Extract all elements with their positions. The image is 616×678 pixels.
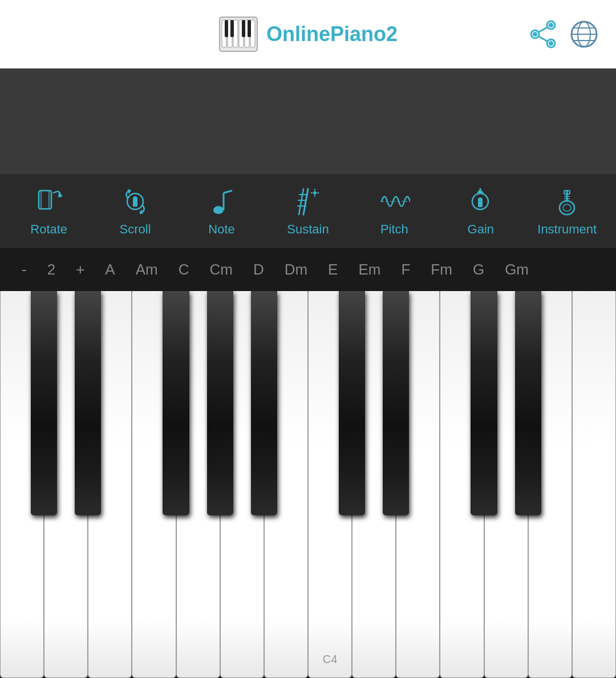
chord-F[interactable]: F <box>391 261 420 279</box>
header-right <box>528 19 599 49</box>
black-key-cs4[interactable] <box>339 291 365 515</box>
svg-rect-3 <box>233 20 238 47</box>
pitch-label: Pitch <box>380 222 408 237</box>
toolbar-item-pitch[interactable]: Pitch <box>360 186 428 237</box>
svg-rect-9 <box>242 20 245 37</box>
toolbar-item-note[interactable]: Note <box>188 186 256 237</box>
black-key-cs3[interactable] <box>31 291 57 515</box>
svg-rect-10 <box>248 20 251 37</box>
black-key-gs3[interactable] <box>207 291 233 515</box>
gain-icon <box>465 186 496 217</box>
svg-line-34 <box>224 191 232 193</box>
banner-area <box>0 68 616 174</box>
instrument-label: Instrument <box>537 222 597 237</box>
piano-logo-icon <box>218 14 258 54</box>
sustain-icon <box>292 186 323 217</box>
svg-point-40 <box>313 191 317 195</box>
black-key-gs4[interactable] <box>515 291 541 515</box>
svg-marker-50 <box>477 189 484 193</box>
chord-C[interactable]: C <box>168 261 200 279</box>
black-key-ds3[interactable] <box>75 291 101 515</box>
toolbar-item-rotate[interactable]: Rotate <box>15 186 83 237</box>
scroll-icon <box>120 186 151 217</box>
black-key-ds4[interactable] <box>383 291 409 515</box>
rotate-label: Rotate <box>30 222 67 237</box>
chord-Am[interactable]: Am <box>125 261 168 279</box>
svg-point-32 <box>213 206 224 214</box>
gain-label: Gain <box>468 222 494 237</box>
globe-icon[interactable] <box>569 19 599 49</box>
c4-label: C4 <box>323 653 338 666</box>
svg-line-36 <box>299 189 303 215</box>
scroll-label: Scroll <box>120 222 151 237</box>
toolbar-item-instrument[interactable]: Instrument <box>533 186 601 237</box>
toolbar-item-gain[interactable]: Gain <box>447 186 515 237</box>
chord-Em[interactable]: Em <box>348 261 391 279</box>
chord-bar: - 2 + A Am C Cm D Dm E Em F Fm G Gm <box>0 248 616 291</box>
octave-plus[interactable]: + <box>66 261 95 279</box>
svg-point-51 <box>560 201 574 215</box>
note-icon <box>206 186 237 217</box>
chord-G[interactable]: G <box>463 261 495 279</box>
svg-rect-6 <box>250 20 255 47</box>
svg-rect-25 <box>41 191 49 209</box>
keyboard-container: C4 <box>0 291 616 678</box>
svg-rect-8 <box>230 20 234 37</box>
svg-point-18 <box>533 32 537 37</box>
black-key-as3[interactable] <box>251 291 277 515</box>
note-label: Note <box>208 222 234 237</box>
chord-Fm[interactable]: Fm <box>420 261 463 279</box>
svg-line-14 <box>539 27 547 32</box>
share-icon[interactable] <box>528 19 558 49</box>
black-key-fs3[interactable] <box>163 291 189 515</box>
chord-A[interactable]: A <box>95 261 125 279</box>
svg-rect-29 <box>133 201 137 207</box>
chord-Dm[interactable]: Dm <box>274 261 318 279</box>
chord-E[interactable]: E <box>318 261 348 279</box>
svg-point-17 <box>549 41 553 46</box>
svg-point-52 <box>563 204 571 211</box>
svg-point-16 <box>549 23 553 27</box>
header: OnlinePiano2 <box>0 0 616 68</box>
svg-line-35 <box>303 189 308 215</box>
svg-rect-48 <box>478 203 483 207</box>
svg-line-15 <box>539 37 547 41</box>
chord-D[interactable]: D <box>243 261 274 279</box>
instrument-icon <box>552 186 583 217</box>
sustain-label: Sustain <box>287 222 329 237</box>
pitch-icon <box>379 186 410 217</box>
header-center: OnlinePiano2 <box>218 14 398 54</box>
svg-rect-7 <box>225 20 228 37</box>
rotate-icon <box>33 186 64 217</box>
toolbar-item-scroll[interactable]: Scroll <box>101 186 169 237</box>
toolbar: Rotate Scroll Note <box>0 174 616 248</box>
white-key-b4[interactable] <box>572 291 616 678</box>
octave-value: 2 <box>37 261 66 279</box>
chord-Gm[interactable]: Gm <box>495 261 539 279</box>
chord-Cm[interactable]: Cm <box>199 261 242 279</box>
octave-minus[interactable]: - <box>11 261 37 279</box>
toolbar-item-sustain[interactable]: Sustain <box>274 186 342 237</box>
app-title: OnlinePiano2 <box>266 22 398 46</box>
black-key-fs4[interactable] <box>471 291 497 515</box>
